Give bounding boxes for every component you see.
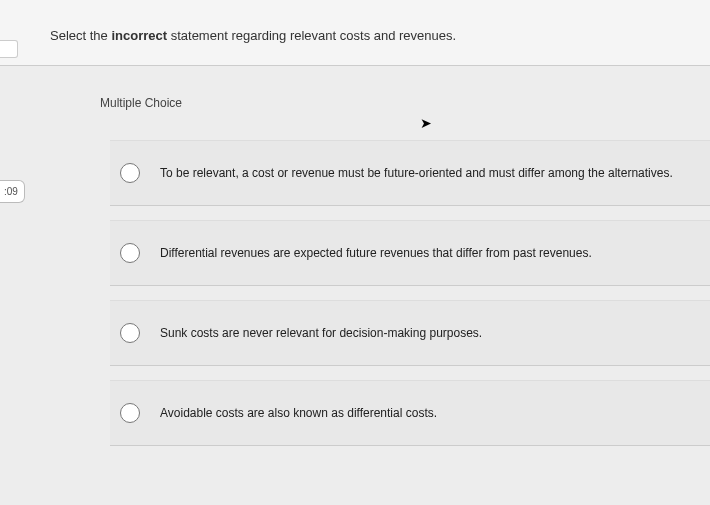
option-text: To be relevant, a cost or revenue must b…: [160, 165, 673, 182]
radio-icon[interactable]: [120, 243, 140, 263]
option-text: Differential revenues are expected futur…: [160, 245, 592, 262]
option-row-1[interactable]: To be relevant, a cost or revenue must b…: [110, 140, 710, 206]
option-row-4[interactable]: Avoidable costs are also known as differ…: [110, 380, 710, 446]
question-prompt: Select the incorrect statement regarding…: [0, 0, 710, 66]
option-row-2[interactable]: Differential revenues are expected futur…: [110, 220, 710, 286]
section-label: Multiple Choice: [50, 96, 710, 110]
left-tab-marker: [0, 40, 18, 58]
radio-icon[interactable]: [120, 323, 140, 343]
timer-tab: :09: [0, 180, 25, 203]
radio-icon[interactable]: [120, 163, 140, 183]
timer-value: :09: [4, 186, 18, 197]
option-text: Avoidable costs are also known as differ…: [160, 405, 437, 422]
option-text: Sunk costs are never relevant for decisi…: [160, 325, 482, 342]
radio-icon[interactable]: [120, 403, 140, 423]
question-bold: incorrect: [111, 28, 167, 43]
option-row-3[interactable]: Sunk costs are never relevant for decisi…: [110, 300, 710, 366]
content-area: Multiple Choice To be relevant, a cost o…: [0, 66, 710, 446]
options-list: To be relevant, a cost or revenue must b…: [50, 140, 710, 446]
quiz-page: Select the incorrect statement regarding…: [0, 0, 710, 505]
question-suffix: statement regarding relevant costs and r…: [167, 28, 456, 43]
question-prefix: Select the: [50, 28, 111, 43]
